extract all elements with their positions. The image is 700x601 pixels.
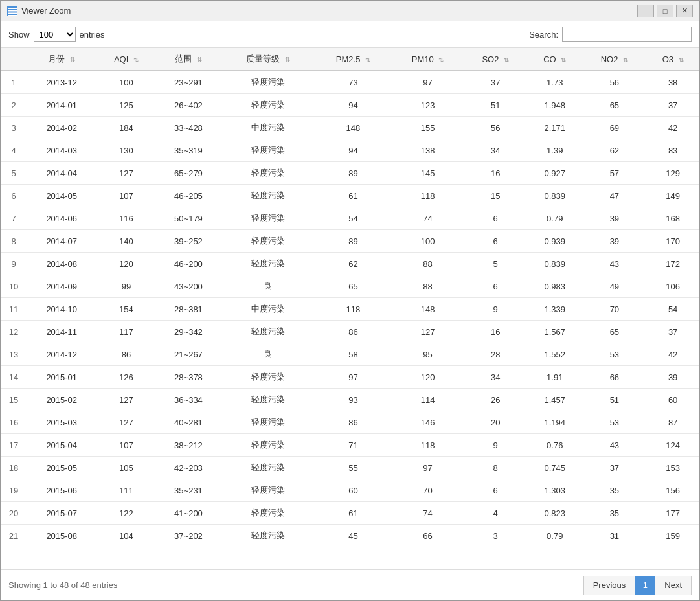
col-aqi[interactable]: AQI ⇅ [96, 48, 155, 71]
col-range[interactable]: 范围 ⇅ [155, 48, 221, 71]
next-button[interactable]: Next [655, 576, 692, 595]
col-o3[interactable]: O3 ⇅ [646, 48, 699, 71]
cell-18-10: 156 [646, 479, 699, 502]
cell-7-10: 170 [646, 230, 699, 253]
cell-6-9: 39 [583, 207, 647, 230]
cell-10-0: 11 [1, 298, 27, 321]
cell-10-7: 9 [464, 298, 527, 321]
cell-1-1: 2014-01 [27, 94, 96, 117]
cell-15-10: 87 [646, 411, 699, 434]
search-input[interactable] [562, 27, 692, 42]
cell-16-3: 38~212 [155, 434, 221, 457]
cell-11-4: 轻度污染 [221, 321, 315, 343]
cell-18-5: 60 [315, 479, 391, 502]
cell-9-5: 65 [315, 275, 391, 298]
entries-label: entries [80, 30, 105, 40]
cell-8-0: 9 [1, 253, 27, 275]
title-bar-left: Viewer Zoom [7, 6, 71, 16]
cell-14-0: 15 [1, 389, 27, 411]
cell-20-9: 31 [583, 525, 647, 547]
cell-8-9: 43 [583, 253, 647, 275]
cell-13-10: 39 [646, 366, 699, 389]
cell-7-8: 0.939 [527, 230, 583, 253]
table-row: 172015-0410738~212轻度污染7111890.7643124 [1, 434, 699, 457]
cell-7-7: 6 [464, 230, 527, 253]
cell-17-3: 42~203 [155, 457, 221, 479]
cell-9-0: 10 [1, 275, 27, 298]
cell-20-8: 0.79 [527, 525, 583, 547]
table-row: 82014-0714039~252轻度污染8910060.93939170 [1, 230, 699, 253]
sort-pm25-icon: ⇅ [365, 56, 370, 63]
cell-20-4: 轻度污染 [221, 525, 315, 547]
cell-10-3: 28~381 [155, 298, 221, 321]
cell-17-6: 97 [392, 457, 464, 479]
cell-19-3: 41~200 [155, 502, 221, 525]
col-month[interactable]: 月份 ⇅ [27, 48, 96, 71]
cell-18-7: 6 [464, 479, 527, 502]
cell-19-6: 74 [392, 502, 464, 525]
cell-12-2: 86 [96, 343, 155, 366]
col-pm10[interactable]: PM10 ⇅ [392, 48, 464, 71]
cell-18-8: 1.303 [527, 479, 583, 502]
close-button[interactable]: ✕ [676, 5, 693, 17]
footer-nav: Previous 1 Next [583, 576, 692, 595]
cell-10-8: 1.339 [527, 298, 583, 321]
cell-2-3: 33~428 [155, 117, 221, 139]
cell-20-10: 159 [646, 525, 699, 547]
cell-3-3: 35~319 [155, 139, 221, 162]
entries-select[interactable]: 100 10 25 50 [34, 27, 76, 42]
sort-o3-icon: ⇅ [679, 56, 684, 63]
sort-aqi-icon: ⇅ [133, 56, 139, 63]
cell-14-3: 36~334 [155, 389, 221, 411]
cell-2-2: 184 [96, 117, 155, 139]
cell-12-10: 42 [646, 343, 699, 366]
cell-11-3: 29~342 [155, 321, 221, 343]
maximize-button[interactable]: □ [657, 5, 673, 17]
previous-button[interactable]: Previous [583, 576, 636, 595]
col-co[interactable]: CO ⇅ [527, 48, 583, 71]
cell-4-4: 轻度污染 [221, 162, 315, 185]
cell-17-9: 37 [583, 457, 647, 479]
cell-14-8: 1.457 [527, 389, 583, 411]
cell-12-4: 良 [221, 343, 315, 366]
cell-0-8: 1.73 [527, 71, 583, 94]
table-row: 72014-0611650~179轻度污染547460.7939168 [1, 207, 699, 230]
cell-15-7: 20 [464, 411, 527, 434]
table-row: 202015-0712241~200轻度污染617440.82335177 [1, 502, 699, 525]
cell-18-9: 35 [583, 479, 647, 502]
cell-4-9: 57 [583, 162, 647, 185]
col-pm25[interactable]: PM2.5 ⇅ [315, 48, 391, 71]
cell-13-0: 14 [1, 366, 27, 389]
cell-15-0: 16 [1, 411, 27, 434]
cell-17-10: 153 [646, 457, 699, 479]
table-row: 182015-0510542~203轻度污染559780.74537153 [1, 457, 699, 479]
minimize-button[interactable]: — [637, 5, 654, 17]
cell-15-8: 1.194 [527, 411, 583, 434]
cell-1-5: 94 [315, 94, 391, 117]
cell-16-0: 17 [1, 434, 27, 457]
cell-8-2: 120 [96, 253, 155, 275]
cell-6-5: 54 [315, 207, 391, 230]
cell-9-6: 88 [392, 275, 464, 298]
table-row: 152015-0212736~334轻度污染93114261.4575160 [1, 389, 699, 411]
cell-3-4: 轻度污染 [221, 139, 315, 162]
cell-11-7: 16 [464, 321, 527, 343]
app-icon [7, 6, 17, 16]
cell-15-3: 40~281 [155, 411, 221, 434]
cell-20-7: 3 [464, 525, 527, 547]
table-header: 月份 ⇅ AQI ⇅ 范围 ⇅ 质量等级 ⇅ PM2.5 ⇅ PM10 ⇅ SO… [1, 48, 699, 71]
cell-8-7: 5 [464, 253, 527, 275]
col-quality[interactable]: 质量等级 ⇅ [221, 48, 315, 71]
cell-16-1: 2015-04 [27, 434, 96, 457]
cell-4-8: 0.927 [527, 162, 583, 185]
title-bar: Viewer Zoom — □ ✕ [1, 1, 699, 21]
svg-rect-1 [8, 8, 17, 9]
cell-1-8: 1.948 [527, 94, 583, 117]
header-row: 月份 ⇅ AQI ⇅ 范围 ⇅ 质量等级 ⇅ PM2.5 ⇅ PM10 ⇅ SO… [1, 48, 699, 71]
cell-19-1: 2015-07 [27, 502, 96, 525]
cell-1-4: 轻度污染 [221, 94, 315, 117]
col-no2[interactable]: NO2 ⇅ [583, 48, 647, 71]
cell-3-6: 138 [392, 139, 464, 162]
col-so2[interactable]: SO2 ⇅ [464, 48, 527, 71]
cell-19-5: 61 [315, 502, 391, 525]
